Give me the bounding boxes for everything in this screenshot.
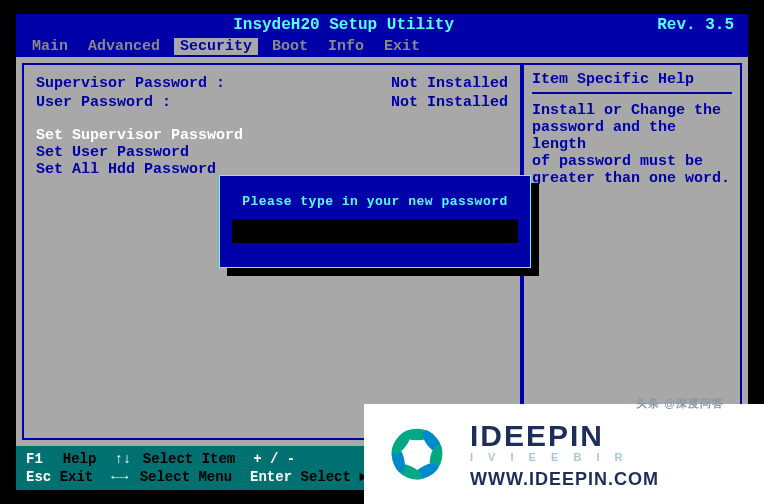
supervisor-label: Supervisor Password : (36, 75, 225, 92)
byline: 头条 @深度问答 (636, 396, 724, 411)
help-l4: greater than one word. (532, 170, 732, 187)
brand-sub: I V I E E B I R (470, 451, 659, 463)
help-panel: Item Specific Help Install or Change the… (522, 63, 742, 440)
user-label: User Password : (36, 94, 171, 111)
user-row: User Password : Not Installed (36, 94, 508, 111)
main-panel: Supervisor Password : Not Installed User… (22, 63, 522, 440)
brand-name: IDEEPIN (470, 419, 659, 453)
brand-url: WWW.IDEEPIN.COM (470, 469, 659, 490)
key-pm: + / - (253, 451, 295, 467)
supervisor-row: Supervisor Password : Not Installed (36, 75, 508, 92)
key-enter: Enter (250, 469, 292, 485)
set-user-password[interactable]: Set User Password (36, 144, 508, 161)
help-title: Item Specific Help (532, 71, 732, 94)
key-updown: ↑↓ (114, 450, 134, 468)
hint-help: Help (63, 451, 97, 467)
help-l3: of password must be (532, 153, 732, 170)
set-supervisor-password[interactable]: Set Supervisor Password (36, 127, 508, 144)
tab-bar: Main Advanced Security Boot Info Exit (16, 36, 748, 57)
password-input[interactable] (232, 219, 518, 243)
title-bar: InsydeH20 Setup Utility Rev. 3.5 (16, 14, 748, 36)
watermark: 头条 @深度问答 IDEEPIN I V I E E B I R WWW.IDE… (364, 404, 764, 504)
tab-exit[interactable]: Exit (378, 38, 426, 55)
supervisor-value: Not Installed (391, 75, 508, 92)
bios-title: InsydeH20 Setup Utility (30, 16, 657, 34)
hint-exit: Exit (60, 469, 94, 485)
help-l2: password and the length (532, 119, 732, 153)
bios-revision: Rev. 3.5 (657, 16, 734, 34)
tab-main[interactable]: Main (26, 38, 74, 55)
key-esc: Esc (26, 468, 51, 486)
logo-icon (378, 415, 456, 493)
tab-advanced[interactable]: Advanced (82, 38, 166, 55)
hint-select-item: Select Item (143, 451, 235, 467)
key-lr: ←→ (111, 468, 131, 486)
tab-boot[interactable]: Boot (266, 38, 314, 55)
user-value: Not Installed (391, 94, 508, 111)
key-f1: F1 (26, 450, 46, 468)
help-l1: Install or Change the (532, 102, 732, 119)
hint-select-menu: Select Menu (140, 469, 232, 485)
password-dialog: Please type in your new password (219, 175, 531, 268)
tab-security[interactable]: Security (174, 38, 258, 55)
dialog-prompt: Please type in your new password (232, 194, 518, 209)
tab-info[interactable]: Info (322, 38, 370, 55)
